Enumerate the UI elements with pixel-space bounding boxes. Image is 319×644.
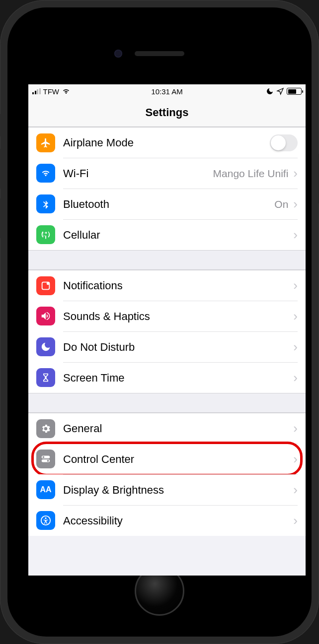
row-label: Do Not Disturb (63, 341, 291, 354)
row-sounds[interactable]: Sounds & Haptics › (28, 301, 306, 331)
accessibility-icon (36, 511, 55, 530)
cellular-signal-icon (32, 88, 41, 94)
row-general[interactable]: General › (28, 413, 306, 444)
status-time: 10:31 AM (151, 87, 182, 96)
row-airplane-mode[interactable]: Airplane Mode (28, 127, 306, 158)
row-control-center[interactable]: Control Center › (28, 444, 306, 474)
svg-point-7 (45, 517, 46, 519)
volume-up (0, 149, 1, 189)
cellular-icon (36, 225, 55, 244)
page-title: Settings (28, 98, 306, 127)
location-icon (276, 87, 284, 95)
chevron-right-icon: › (293, 166, 298, 181)
moon-icon (266, 87, 274, 95)
status-bar: TFW 10:31 AM (28, 84, 306, 98)
wifi-icon (62, 87, 71, 96)
wifi-icon (36, 164, 55, 183)
chevron-right-icon: › (293, 451, 298, 467)
sounds-icon (36, 307, 55, 325)
chevron-right-icon: › (293, 196, 298, 212)
svg-point-1 (47, 282, 50, 285)
text-size-icon: AA (36, 480, 55, 499)
row-label: Cellular (63, 229, 291, 242)
group-separator (28, 393, 306, 413)
row-label: Sounds & Haptics (63, 310, 291, 323)
screen: TFW 10:31 AM Settings (28, 84, 306, 576)
settings-group: Airplane Mode Wi-Fi Mango Life Unifi › (28, 127, 306, 250)
row-detail: On (274, 198, 288, 210)
volume-down (0, 198, 1, 238)
chevron-right-icon: › (293, 278, 298, 293)
chevron-right-icon: › (293, 513, 298, 528)
row-label: Control Center (63, 453, 291, 466)
hourglass-icon (36, 368, 55, 387)
chevron-right-icon: › (293, 339, 298, 355)
airplane-icon (36, 133, 55, 152)
chevron-right-icon: › (293, 227, 298, 243)
svg-point-3 (43, 456, 45, 458)
svg-point-5 (47, 460, 49, 462)
moon-icon (36, 337, 55, 356)
group-separator (28, 250, 306, 270)
chevron-right-icon: › (293, 309, 298, 324)
chevron-right-icon: › (293, 482, 298, 498)
battery-icon (287, 88, 302, 95)
notifications-icon (36, 276, 55, 295)
row-label: Wi-Fi (63, 167, 213, 180)
mute-switch (0, 114, 1, 136)
device-frame: TFW 10:31 AM Settings (0, 0, 319, 644)
row-label: Airplane Mode (63, 136, 270, 149)
row-label: Display & Brightness (63, 484, 291, 497)
chevron-right-icon: › (293, 421, 298, 436)
device-bezel: TFW 10:31 AM Settings (7, 7, 312, 637)
row-screentime[interactable]: Screen Time › (28, 362, 306, 393)
bluetooth-icon (36, 194, 55, 213)
speaker-grill (135, 51, 184, 56)
row-label: Bluetooth (63, 198, 274, 211)
row-cellular[interactable]: Cellular › (28, 219, 306, 250)
row-accessibility[interactable]: Accessibility › (28, 505, 306, 536)
row-wifi[interactable]: Wi-Fi Mango Life Unifi › (28, 158, 306, 189)
carrier-label: TFW (43, 87, 59, 96)
row-label: Screen Time (63, 372, 291, 385)
row-dnd[interactable]: Do Not Disturb › (28, 331, 306, 362)
chevron-right-icon: › (293, 370, 298, 386)
row-notifications[interactable]: Notifications › (28, 270, 306, 301)
row-label: Notifications (63, 279, 291, 292)
gear-icon (36, 419, 55, 438)
settings-group: General › Control Center › AA (28, 413, 306, 536)
row-detail: Mango Life Unifi (213, 168, 289, 180)
settings-group: Notifications › Sounds & Haptics › (28, 270, 306, 393)
front-camera (114, 50, 122, 58)
row-display[interactable]: AA Display & Brightness › (28, 474, 306, 505)
row-label: General (63, 422, 291, 435)
airplane-toggle[interactable] (270, 134, 298, 151)
toggle-switches-icon (36, 450, 55, 468)
row-bluetooth[interactable]: Bluetooth On › (28, 189, 306, 219)
row-label: Accessibility (63, 515, 291, 527)
